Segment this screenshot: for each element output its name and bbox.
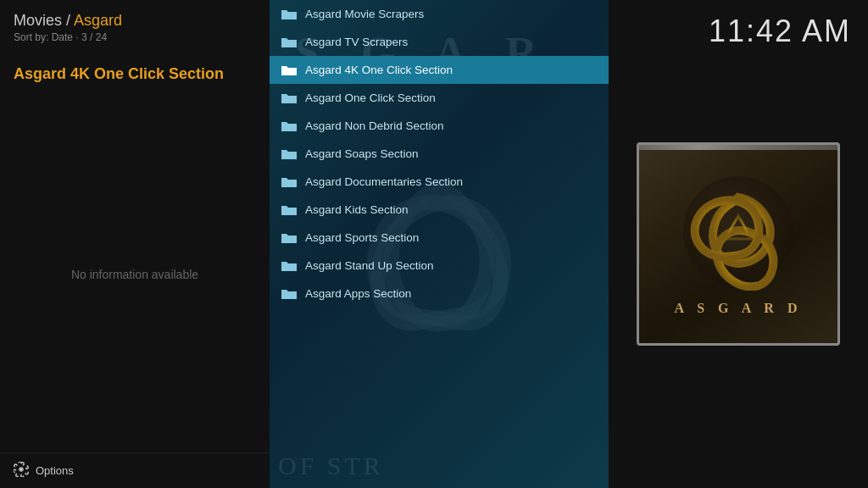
- selected-title: Asgard 4K One Click Section: [0, 48, 270, 97]
- folder-icon: [281, 176, 297, 188]
- options-label: Options: [36, 464, 74, 477]
- list-item-label: Asgard 4K One Click Section: [305, 64, 453, 76]
- list-item-label: Asgard Documentaries Section: [305, 175, 463, 188]
- list-item-sports[interactable]: Asgard Sports Section: [270, 224, 609, 252]
- folder-icon: [281, 288, 297, 300]
- svg-text:OF STR: OF STR: [278, 452, 384, 480]
- list-item-label: Asgard TV Scrapers: [305, 36, 408, 48]
- folder-icon: [281, 232, 297, 244]
- artwork-container: A S G A R D: [637, 142, 840, 346]
- folder-icon: [281, 64, 297, 76]
- folder-icon: [281, 120, 297, 132]
- list-item-label: Asgard Kids Section: [305, 203, 409, 216]
- list-item-label: Asgard Soaps Section: [305, 147, 419, 160]
- list-item-label: Asgard Stand Up Section: [305, 259, 434, 272]
- list-item-soaps[interactable]: Asgard Soaps Section: [270, 140, 609, 168]
- folder-icon: [281, 260, 297, 272]
- options-icon: [14, 462, 29, 480]
- list-item-documentaries[interactable]: Asgard Documentaries Section: [270, 168, 609, 196]
- left-panel: Movies / Asgard Sort by: Date · 3 / 24 A…: [0, 0, 270, 488]
- right-panel: 11:42 AM: [609, 0, 868, 488]
- no-info: No information available: [0, 97, 270, 452]
- list-item-one-click[interactable]: Asgard One Click Section: [270, 84, 609, 112]
- folder-icon: [281, 92, 297, 104]
- item-list: Asgard Movie Scrapers Asgard TV Scrapers…: [270, 0, 609, 308]
- options-bar[interactable]: Options: [0, 452, 270, 488]
- list-item-apps[interactable]: Asgard Apps Section: [270, 280, 609, 308]
- list-item-kids[interactable]: Asgard Kids Section: [270, 196, 609, 224]
- list-item-tv-scrapers[interactable]: Asgard TV Scrapers: [270, 28, 609, 56]
- breadcrumb-prefix: Movies /: [14, 12, 74, 29]
- folder-icon: [281, 8, 297, 20]
- folder-icon: [281, 204, 297, 216]
- list-item-stand-up[interactable]: Asgard Stand Up Section: [270, 252, 609, 280]
- folder-icon: [281, 148, 297, 160]
- folder-icon: [281, 36, 297, 48]
- breadcrumb-highlight: Asgard: [74, 12, 122, 29]
- list-item-4k-one-click[interactable]: Asgard 4K One Click Section: [270, 56, 609, 84]
- list-item-label: Asgard Apps Section: [305, 287, 411, 300]
- artwork-symbol: [679, 172, 798, 291]
- sort-info: Sort by: Date · 3 / 24: [14, 31, 256, 43]
- list-item-movie-scrapers[interactable]: Asgard Movie Scrapers: [270, 0, 609, 28]
- breadcrumb: Movies / Asgard: [14, 12, 256, 30]
- list-item-label: Asgard Movie Scrapers: [305, 8, 424, 20]
- list-item-label: Asgard Sports Section: [305, 231, 419, 244]
- clock: 11:42 AM: [709, 14, 851, 49]
- artwork-title: A S G A R D: [675, 301, 803, 316]
- header: Movies / Asgard Sort by: Date · 3 / 24: [0, 0, 270, 48]
- list-item-label: Asgard Non Debrid Section: [305, 119, 444, 132]
- list-item-non-debrid[interactable]: Asgard Non Debrid Section: [270, 112, 609, 140]
- list-item-label: Asgard One Click Section: [305, 92, 436, 104]
- list-panel: S G A R OF STR Asgard Movie Scrapers Asg…: [270, 0, 609, 488]
